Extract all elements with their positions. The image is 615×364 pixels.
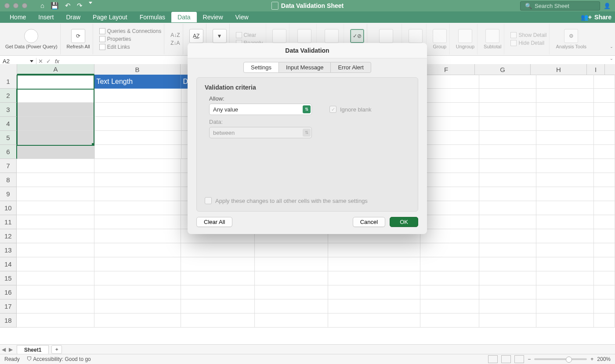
cell[interactable] — [255, 299, 328, 314]
cell[interactable] — [94, 271, 181, 285]
cell[interactable] — [328, 243, 421, 257]
expand-formula-bar-icon[interactable]: ˇ — [611, 58, 612, 65]
cell[interactable] — [420, 299, 479, 314]
cell[interactable] — [255, 314, 328, 328]
view-page-layout-icon[interactable] — [501, 355, 511, 363]
cell[interactable] — [536, 299, 594, 314]
cell[interactable] — [181, 314, 255, 328]
show-detail-button[interactable]: Show Detail — [510, 32, 546, 39]
cell[interactable] — [479, 285, 536, 299]
hide-detail-button[interactable]: Hide Detail — [510, 40, 544, 47]
cell[interactable] — [536, 243, 594, 257]
cell[interactable] — [420, 159, 479, 173]
cell[interactable] — [17, 187, 95, 201]
cell[interactable] — [420, 314, 479, 328]
ok-button[interactable]: OK — [390, 217, 418, 227]
ungroup-button[interactable]: Ungroup — [453, 24, 478, 54]
view-normal-icon[interactable] — [488, 355, 498, 363]
cell[interactable] — [94, 159, 181, 173]
cell[interactable] — [594, 159, 615, 173]
dialog-tab-error-alert[interactable]: Error Alert — [330, 62, 371, 73]
zoom-slider[interactable] — [534, 358, 587, 360]
view-page-break-icon[interactable] — [514, 355, 524, 363]
row-header-17[interactable]: 17 — [0, 299, 17, 314]
cell[interactable] — [94, 257, 181, 271]
cell[interactable] — [594, 117, 615, 131]
row-header-2[interactable]: 2 — [0, 89, 17, 103]
cell[interactable] — [94, 243, 181, 257]
cell[interactable] — [328, 314, 421, 328]
row-header-12[interactable]: 12 — [0, 229, 17, 243]
group-button[interactable]: Group — [430, 24, 450, 54]
dialog-tab-settings[interactable]: Settings — [243, 62, 279, 73]
tab-page-layout[interactable]: Page Layout — [87, 12, 134, 22]
cell[interactable] — [17, 173, 95, 187]
cell[interactable] — [17, 117, 95, 131]
row-header-1[interactable]: 1 — [0, 75, 17, 89]
row-header-15[interactable]: 15 — [0, 271, 17, 285]
subtotal-button[interactable]: Subtotal — [481, 24, 504, 54]
col-header-I[interactable]: I — [587, 64, 605, 75]
cell[interactable] — [94, 314, 181, 328]
cancel-button[interactable]: Cancel — [353, 217, 385, 227]
cell[interactable] — [17, 159, 95, 173]
row-header-8[interactable]: 8 — [0, 173, 17, 187]
zoom-thumb[interactable] — [566, 357, 572, 363]
cell[interactable] — [17, 201, 95, 215]
row-header-9[interactable]: 9 — [0, 187, 17, 201]
cell[interactable] — [94, 285, 181, 299]
row-header-14[interactable]: 14 — [0, 257, 17, 271]
cell[interactable] — [594, 257, 615, 271]
cell[interactable] — [94, 229, 181, 243]
cell[interactable] — [17, 243, 95, 257]
cell[interactable] — [94, 187, 181, 201]
cell[interactable] — [328, 299, 421, 314]
cell[interactable] — [479, 229, 536, 243]
cell[interactable] — [594, 229, 615, 243]
row-header-7[interactable]: 7 — [0, 159, 17, 173]
cell[interactable] — [479, 131, 536, 145]
cell[interactable] — [479, 89, 536, 103]
cell[interactable] — [536, 285, 594, 299]
tab-draw[interactable]: Draw — [60, 12, 87, 22]
cell[interactable] — [17, 229, 95, 243]
cell[interactable] — [536, 103, 594, 117]
cell[interactable] — [255, 271, 328, 285]
cell[interactable] — [181, 285, 255, 299]
queries-button[interactable]: Queries & Connections — [99, 28, 161, 35]
row-header-18[interactable]: 18 — [0, 314, 17, 328]
status-accessibility[interactable]: ⛉ Accessibility: Good to go — [27, 356, 91, 362]
cell[interactable] — [17, 103, 95, 117]
cell[interactable] — [594, 243, 615, 257]
cell[interactable] — [17, 89, 95, 103]
cell[interactable] — [420, 215, 479, 229]
cell[interactable] — [536, 159, 594, 173]
qat-dropdown-icon[interactable] — [89, 2, 92, 4]
row-header-6[interactable]: 6 — [0, 145, 17, 159]
cell[interactable] — [255, 243, 328, 257]
cell[interactable] — [594, 187, 615, 201]
cell[interactable] — [17, 285, 95, 299]
add-sheet-button[interactable]: + — [51, 345, 62, 354]
zoom-in-button[interactable]: + — [590, 356, 593, 362]
cell[interactable] — [420, 173, 479, 187]
cell[interactable] — [17, 299, 95, 314]
sheet-nav-next[interactable]: ▶ — [7, 346, 14, 353]
name-box-dropdown-icon[interactable] — [30, 60, 33, 62]
cell[interactable] — [17, 131, 95, 145]
cell[interactable] — [95, 145, 181, 159]
allow-select[interactable]: Any value ⇅ — [209, 104, 312, 115]
cell[interactable] — [479, 145, 536, 159]
cell[interactable] — [479, 117, 536, 131]
cell[interactable] — [536, 117, 594, 131]
cell[interactable] — [479, 243, 536, 257]
row-header-13[interactable]: 13 — [0, 243, 17, 257]
cell[interactable] — [420, 103, 479, 117]
cell[interactable] — [594, 131, 615, 145]
cell[interactable]: Text Length — [94, 75, 181, 89]
cell[interactable] — [17, 145, 95, 159]
tab-home[interactable]: Home — [4, 12, 32, 22]
enter-formula-icon[interactable]: ✓ — [44, 58, 52, 65]
cell[interactable] — [420, 117, 479, 131]
cell[interactable] — [594, 173, 615, 187]
